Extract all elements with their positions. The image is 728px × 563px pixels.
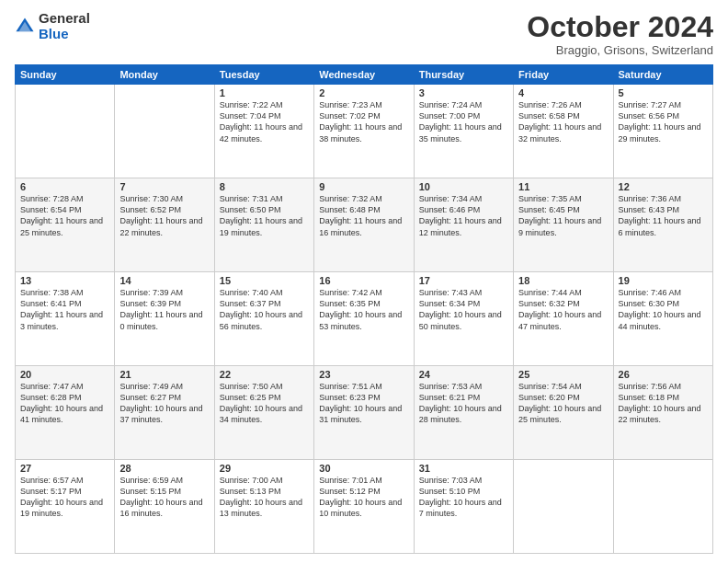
page: General Blue October 2024 Braggio, Griso… (0, 0, 728, 563)
day-info: Sunrise: 7:28 AM Sunset: 6:54 PM Dayligh… (20, 193, 109, 238)
day-info: Sunrise: 7:30 AM Sunset: 6:52 PM Dayligh… (119, 193, 209, 238)
day-number: 18 (518, 275, 608, 286)
calendar-cell: 25Sunrise: 7:54 AM Sunset: 6:20 PM Dayli… (514, 366, 613, 460)
day-info: Sunrise: 7:26 AM Sunset: 6:58 PM Dayligh… (518, 99, 608, 144)
day-number: 4 (518, 87, 608, 98)
calendar-cell: 3Sunrise: 7:24 AM Sunset: 7:00 PM Daylig… (414, 85, 513, 178)
calendar-week-2: 6Sunrise: 7:28 AM Sunset: 6:54 PM Daylig… (16, 178, 713, 272)
calendar-cell (514, 460, 613, 554)
calendar-cell: 10Sunrise: 7:34 AM Sunset: 6:46 PM Dayli… (414, 178, 513, 272)
day-info: Sunrise: 7:39 AM Sunset: 6:39 PM Dayligh… (119, 287, 209, 332)
calendar-week-3: 13Sunrise: 7:38 AM Sunset: 6:41 PM Dayli… (16, 272, 713, 366)
day-number: 29 (220, 463, 309, 474)
day-info: Sunrise: 6:59 AM Sunset: 5:15 PM Dayligh… (119, 475, 209, 520)
day-number: 24 (419, 369, 508, 380)
title-block: October 2024 Braggio, Grisons, Switzerla… (527, 11, 713, 57)
calendar-cell: 26Sunrise: 7:56 AM Sunset: 6:18 PM Dayli… (613, 366, 712, 460)
day-number: 30 (319, 463, 408, 474)
day-info: Sunrise: 7:54 AM Sunset: 6:20 PM Dayligh… (518, 381, 608, 426)
day-number: 2 (319, 87, 408, 98)
day-number: 8 (220, 181, 309, 192)
day-number: 20 (20, 369, 109, 380)
day-info: Sunrise: 7:51 AM Sunset: 6:23 PM Dayligh… (319, 381, 408, 426)
logo-icon (15, 17, 35, 37)
day-info: Sunrise: 7:27 AM Sunset: 6:56 PM Dayligh… (619, 99, 708, 144)
calendar-header-row: Sunday Monday Tuesday Wednesday Thursday… (16, 65, 713, 85)
calendar-cell: 16Sunrise: 7:42 AM Sunset: 6:35 PM Dayli… (314, 272, 414, 366)
day-info: Sunrise: 7:53 AM Sunset: 6:21 PM Dayligh… (419, 381, 508, 426)
day-info: Sunrise: 7:43 AM Sunset: 6:34 PM Dayligh… (419, 287, 508, 332)
calendar-week-5: 27Sunrise: 6:57 AM Sunset: 5:17 PM Dayli… (16, 460, 713, 554)
calendar-cell: 9Sunrise: 7:32 AM Sunset: 6:48 PM Daylig… (314, 178, 414, 272)
calendar-cell: 20Sunrise: 7:47 AM Sunset: 6:28 PM Dayli… (16, 366, 115, 460)
day-info: Sunrise: 7:03 AM Sunset: 5:10 PM Dayligh… (419, 475, 508, 520)
calendar-week-1: 1Sunrise: 7:22 AM Sunset: 7:04 PM Daylig… (16, 85, 713, 178)
calendar-cell: 19Sunrise: 7:46 AM Sunset: 6:30 PM Dayli… (613, 272, 712, 366)
calendar-cell: 5Sunrise: 7:27 AM Sunset: 6:56 PM Daylig… (613, 85, 712, 178)
col-saturday: Saturday (613, 65, 712, 85)
day-number: 9 (319, 181, 408, 192)
calendar-cell: 2Sunrise: 7:23 AM Sunset: 7:02 PM Daylig… (314, 85, 414, 178)
day-number: 11 (518, 181, 608, 192)
logo: General Blue (15, 11, 90, 41)
day-info: Sunrise: 7:00 AM Sunset: 5:13 PM Dayligh… (220, 475, 309, 520)
day-number: 28 (119, 463, 209, 474)
calendar-cell: 31Sunrise: 7:03 AM Sunset: 5:10 PM Dayli… (414, 460, 513, 554)
col-tuesday: Tuesday (214, 65, 313, 85)
day-info: Sunrise: 7:24 AM Sunset: 7:00 PM Dayligh… (419, 99, 508, 144)
day-number: 23 (319, 369, 408, 380)
col-sunday: Sunday (16, 65, 115, 85)
day-number: 15 (220, 275, 309, 286)
calendar-cell: 23Sunrise: 7:51 AM Sunset: 6:23 PM Dayli… (314, 366, 414, 460)
day-number: 7 (119, 181, 209, 192)
calendar-cell: 7Sunrise: 7:30 AM Sunset: 6:52 PM Daylig… (115, 178, 214, 272)
day-number: 16 (319, 275, 408, 286)
day-info: Sunrise: 7:23 AM Sunset: 7:02 PM Dayligh… (319, 99, 408, 144)
day-info: Sunrise: 7:47 AM Sunset: 6:28 PM Dayligh… (20, 381, 109, 426)
calendar-cell: 17Sunrise: 7:43 AM Sunset: 6:34 PM Dayli… (414, 272, 513, 366)
calendar-cell: 22Sunrise: 7:50 AM Sunset: 6:25 PM Dayli… (214, 366, 313, 460)
day-number: 17 (419, 275, 508, 286)
day-number: 26 (619, 369, 708, 380)
day-info: Sunrise: 7:42 AM Sunset: 6:35 PM Dayligh… (319, 287, 408, 332)
logo-blue-text: Blue (39, 27, 90, 42)
day-info: Sunrise: 7:22 AM Sunset: 7:04 PM Dayligh… (220, 99, 309, 144)
day-info: Sunrise: 7:50 AM Sunset: 6:25 PM Dayligh… (220, 381, 309, 426)
day-info: Sunrise: 7:35 AM Sunset: 6:45 PM Dayligh… (518, 193, 608, 238)
col-monday: Monday (115, 65, 214, 85)
day-number: 3 (419, 87, 508, 98)
day-info: Sunrise: 7:40 AM Sunset: 6:37 PM Dayligh… (220, 287, 309, 332)
calendar-cell: 28Sunrise: 6:59 AM Sunset: 5:15 PM Dayli… (115, 460, 214, 554)
col-friday: Friday (514, 65, 613, 85)
day-number: 13 (20, 275, 109, 286)
day-number: 6 (20, 181, 109, 192)
calendar-table: Sunday Monday Tuesday Wednesday Thursday… (15, 64, 713, 554)
day-number: 25 (518, 369, 608, 380)
calendar-week-4: 20Sunrise: 7:47 AM Sunset: 6:28 PM Dayli… (16, 366, 713, 460)
col-thursday: Thursday (414, 65, 513, 85)
day-number: 19 (619, 275, 708, 286)
calendar-cell: 27Sunrise: 6:57 AM Sunset: 5:17 PM Dayli… (16, 460, 115, 554)
day-number: 21 (119, 369, 209, 380)
calendar-cell: 21Sunrise: 7:49 AM Sunset: 6:27 PM Dayli… (115, 366, 214, 460)
calendar-cell: 13Sunrise: 7:38 AM Sunset: 6:41 PM Dayli… (16, 272, 115, 366)
col-wednesday: Wednesday (314, 65, 414, 85)
day-number: 5 (619, 87, 708, 98)
calendar-cell: 8Sunrise: 7:31 AM Sunset: 6:50 PM Daylig… (214, 178, 313, 272)
calendar-cell: 30Sunrise: 7:01 AM Sunset: 5:12 PM Dayli… (314, 460, 414, 554)
day-info: Sunrise: 7:46 AM Sunset: 6:30 PM Dayligh… (619, 287, 708, 332)
logo-general-text: General (39, 11, 90, 27)
header: General Blue October 2024 Braggio, Griso… (15, 11, 713, 57)
day-info: Sunrise: 7:31 AM Sunset: 6:50 PM Dayligh… (220, 193, 309, 238)
day-number: 22 (220, 369, 309, 380)
calendar-cell: 11Sunrise: 7:35 AM Sunset: 6:45 PM Dayli… (514, 178, 613, 272)
calendar-cell: 15Sunrise: 7:40 AM Sunset: 6:37 PM Dayli… (214, 272, 313, 366)
day-number: 1 (220, 87, 309, 98)
day-number: 27 (20, 463, 109, 474)
subtitle: Braggio, Grisons, Switzerland (527, 43, 713, 57)
day-info: Sunrise: 7:49 AM Sunset: 6:27 PM Dayligh… (119, 381, 209, 426)
day-number: 31 (419, 463, 508, 474)
day-number: 12 (619, 181, 708, 192)
calendar-cell: 12Sunrise: 7:36 AM Sunset: 6:43 PM Dayli… (613, 178, 712, 272)
day-number: 14 (119, 275, 209, 286)
